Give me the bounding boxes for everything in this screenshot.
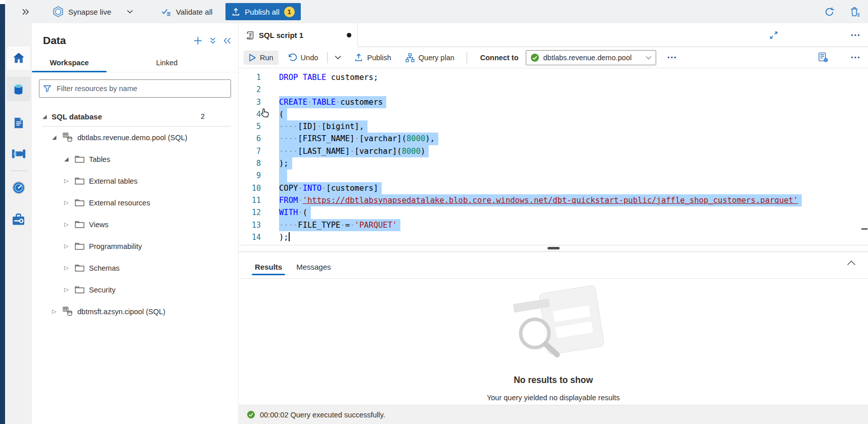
tree-item-label: External resources [89, 199, 150, 207]
code-line-4[interactable]: 4( [239, 108, 868, 120]
synapse-logo-icon [53, 6, 64, 17]
resource-tree: ◢dbtlabs.revenue.demo.pool (SQL)◢Tables▷… [32, 126, 238, 322]
tab-linked[interactable]: Linked [129, 55, 205, 72]
tab-results[interactable]: Results [248, 263, 289, 278]
line-number: 6 [239, 133, 261, 145]
code-line-12[interactable]: 12WITH·( [239, 206, 868, 219]
unsaved-changes-dot [347, 33, 351, 37]
expand-editor-icon[interactable] [769, 23, 778, 47]
code-line-3[interactable]: 3CREATE·TABLE·customers [239, 96, 868, 108]
discard-all-icon[interactable] [850, 7, 860, 17]
code-line-1[interactable]: 1DROP TABLE customers; [239, 71, 868, 83]
data-icon [12, 82, 25, 97]
validate-all-button[interactable]: Validate all [161, 8, 212, 16]
code-line-7[interactable]: 7····[LAST_NAME]·[varchar](8000) [239, 145, 868, 157]
manage-icon [11, 213, 26, 226]
tree-item-external-tables[interactable]: ▷External tables [32, 170, 238, 192]
folder-icon [75, 286, 84, 293]
tree-item-label: External tables [89, 177, 138, 185]
tree-item-dbtlabs-revenue-demo-pool-sql[interactable]: ◢dbtlabs.revenue.demo.pool (SQL) [32, 126, 238, 148]
folder-icon [75, 177, 84, 185]
run-button[interactable]: Run [244, 51, 279, 65]
expander-icon[interactable]: ◢ [52, 134, 60, 141]
properties-icon[interactable] [818, 52, 829, 63]
tree-item-dbtmsft-azsyn-cipool-sql[interactable]: ▷dbtmsft.azsyn.cipool (SQL) [32, 301, 238, 322]
run-options-chevron-icon[interactable] [332, 55, 344, 60]
results-empty-state: No results to show Your query yielded no… [239, 279, 868, 405]
expander-icon[interactable]: ▷ [64, 199, 72, 206]
results-tab-bar: Results Messages [239, 251, 868, 279]
tree-root-count: 2 [201, 112, 205, 120]
line-number: 3 [239, 96, 261, 108]
line-number: 10 [239, 182, 261, 194]
filter-resources-input[interactable] [56, 84, 226, 93]
develop-icon [12, 116, 25, 130]
tree-root-sql-database[interactable]: ◢ SQL database 2 [42, 110, 231, 123]
rail-item-manage[interactable] [7, 207, 30, 231]
tab-sql-script-1[interactable]: SQL script 1 [239, 23, 358, 47]
publish-button[interactable]: Publish [349, 50, 396, 65]
expander-icon[interactable]: ▷ [64, 265, 72, 271]
sql-pool-icon [63, 307, 73, 316]
tree-item-views[interactable]: ▷Views [32, 214, 238, 235]
expander-icon[interactable]: ▷ [64, 286, 72, 293]
tree-item-schemas[interactable]: ▷Schemas [32, 257, 238, 279]
undo-button[interactable]: Undo [283, 50, 324, 65]
tree-item-label: Views [89, 221, 108, 229]
add-resource-icon[interactable] [194, 36, 202, 45]
overview-ruler[interactable] [861, 68, 868, 245]
expander-icon[interactable]: ▷ [64, 221, 72, 228]
rail-item-home[interactable] [7, 46, 30, 70]
data-panel: Data Workspace Linked [32, 23, 238, 424]
query-plan-button[interactable]: Query plan [400, 50, 460, 65]
integrate-icon [11, 147, 26, 160]
expander-icon[interactable]: ◢ [42, 113, 50, 120]
undo-label: Undo [301, 54, 318, 62]
tab-workspace[interactable]: Workspace [32, 55, 107, 72]
tab-messages[interactable]: Messages [289, 263, 338, 278]
code-line-5[interactable]: 5····[ID]·[bigint], [239, 120, 868, 133]
rail-item-integrate[interactable] [7, 142, 30, 166]
code-line-13[interactable]: 13····FILE_TYPE·=·'PARQUET' [239, 219, 868, 231]
connection-dropdown[interactable]: dbtlabs.revenue.demo.pool [526, 50, 656, 65]
code-line-6[interactable]: 6····[FIRST_NAME]·[varchar](8000), [239, 133, 868, 145]
expander-icon[interactable]: ◢ [64, 156, 72, 162]
collapse-results-chevron-up-icon[interactable] [847, 260, 856, 266]
left-nav-rail [5, 23, 32, 424]
tree-item-label: Programmability [89, 242, 142, 250]
toolbar-more-actions-icon[interactable] [667, 56, 676, 59]
panel-splitter[interactable] [239, 245, 868, 251]
code-line-10[interactable]: 10COPY·INTO·[customers] [239, 182, 868, 194]
code-editor[interactable]: 1DROP TABLE customers;23CREATE·TABLE·cus… [239, 68, 868, 245]
mode-selector[interactable]: Synapse live [53, 6, 133, 17]
collapse-panel-icon[interactable] [223, 37, 231, 44]
code-line-14[interactable]: 14); [239, 231, 868, 243]
rail-item-develop[interactable] [7, 111, 30, 135]
tree-item-programmability[interactable]: ▷Programmability [32, 235, 238, 257]
rail-item-data[interactable] [7, 77, 30, 101]
expander-icon[interactable]: ▷ [64, 243, 72, 249]
expander-icon[interactable]: ▷ [52, 308, 60, 315]
tree-item-tables[interactable]: ◢Tables [32, 148, 238, 170]
actions-chevron-double-down-icon[interactable] [210, 37, 216, 44]
line-number: 4 [239, 108, 261, 120]
line-number: 5 [239, 120, 261, 133]
code-line-2[interactable]: 2 [239, 83, 868, 96]
refresh-icon[interactable] [824, 7, 835, 17]
tree-item-external-resources[interactable]: ▷External resources [32, 192, 238, 214]
expander-icon[interactable]: ▷ [64, 178, 72, 184]
validate-all-label: Validate all [176, 8, 212, 16]
line-number: 9 [239, 169, 261, 182]
tree-item-security[interactable]: ▷Security [32, 279, 238, 301]
toolbar-overflow-icon[interactable] [851, 56, 860, 59]
code-line-11[interactable]: 11FROM·'https://dbtlabsynapsedatalake.bl… [239, 194, 868, 206]
rail-item-monitor[interactable] [7, 176, 30, 200]
expand-menu-icon[interactable] [22, 9, 29, 15]
chevron-down-icon[interactable] [127, 10, 133, 14]
publish-all-button[interactable]: Publish all 1 [225, 3, 300, 20]
line-number: 7 [239, 145, 261, 157]
splitter-handle-icon[interactable] [547, 247, 560, 249]
code-line-9[interactable]: 9 [239, 169, 868, 182]
tab-more-actions-icon[interactable] [851, 23, 860, 47]
code-line-8[interactable]: 8); [239, 157, 868, 169]
